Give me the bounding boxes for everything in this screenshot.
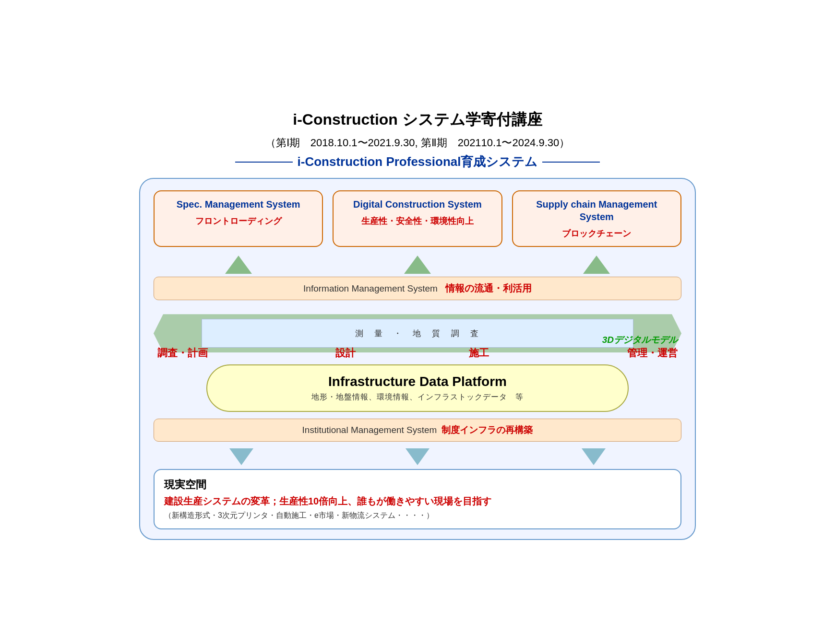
title-line2: （第Ⅰ期 2018.10.1〜2021.9.30, 第Ⅱ期 202110.1〜2… xyxy=(265,137,570,149)
down-arrows-row xyxy=(154,448,681,465)
top-boxes-row: Spec. Management System フロントローディング Digit… xyxy=(154,190,681,247)
title-line1: i-Construction システム学寄付講座 xyxy=(293,111,542,128)
page-wrapper: i-Construction システム学寄付講座 （第Ⅰ期 2018.10.1〜… xyxy=(130,94,705,550)
arrow-down-shape-left xyxy=(229,448,253,465)
supply-box-title: Supply chain Management System xyxy=(519,198,675,223)
digital-construction-box: Digital Construction System 生産性・安全性・環境性向… xyxy=(333,190,502,247)
arrow-up-shape-right xyxy=(583,256,610,274)
platform-subtitle: 地形・地盤情報、環境情報、インフラストックデータ 等 xyxy=(222,392,613,402)
real-world-box: 現実空間 建設生産システムの変革；生産性10倍向上、誰もが働きやすい現場を目指す… xyxy=(154,469,681,529)
outer-container: Spec. Management System フロントローディング Digit… xyxy=(139,178,696,540)
phase-survey: 調査・計画 xyxy=(157,346,208,360)
spec-box-title: Spec. Management System xyxy=(160,198,316,211)
arrow-up-left xyxy=(154,256,323,274)
digital-box-title: Digital Construction System xyxy=(339,198,495,211)
phase-design: 設計 xyxy=(335,346,356,360)
supply-box-subtitle: ブロックチェーン xyxy=(519,228,675,239)
lifecycle-row: 測 量 ・ 地 質 調 査 調査・計画 設計 施工 3Dデジタルモデル 管理・運… xyxy=(154,307,681,360)
pro-title-line-left xyxy=(235,162,293,163)
institutional-bar: Institutional Management System 制度インフラの再… xyxy=(154,419,681,442)
supply-chain-box: Supply chain Management System ブロックチェーン xyxy=(512,190,681,247)
pro-title-line-right xyxy=(542,162,600,163)
real-world-main: 建設生産システムの変革；生産性10倍向上、誰もが働きやすい現場を目指す xyxy=(164,495,671,508)
platform-ellipse: Infrastructure Data Platform 地形・地盤情報、環境情… xyxy=(206,364,629,412)
platform-title: Infrastructure Data Platform xyxy=(222,374,613,389)
pro-title-row: i-Construction Professional育成システム xyxy=(139,153,696,170)
phase-management: 管理・運営 xyxy=(627,347,678,358)
arrow-down-mid xyxy=(330,448,506,465)
arrow-down-left xyxy=(154,448,330,465)
digital-box-subtitle: 生産性・安全性・環境性向上 xyxy=(339,215,495,227)
info-bar-red-text: 情報の流通・利活用 xyxy=(445,282,532,295)
arrow-down-shape-mid xyxy=(406,448,429,465)
arrow-up-shape-mid xyxy=(404,256,431,274)
info-bar-text: Information Management System xyxy=(303,283,438,294)
arrow-down-shape-right xyxy=(582,448,606,465)
arrow-up-shape-left xyxy=(225,256,252,274)
inst-bar-text: Institutional Management System xyxy=(302,425,437,435)
arrow-up-right xyxy=(512,256,681,274)
arrow-up-mid xyxy=(333,256,502,274)
platform-section: Infrastructure Data Platform 地形・地盤情報、環境情… xyxy=(154,364,681,412)
phase-3d-label: 3Dデジタルモデル xyxy=(602,334,678,346)
real-world-sub: （新構造形式・3次元プリンタ・自動施工・e市場・新物流システム・・・・） xyxy=(164,511,671,521)
arrow-down-right xyxy=(505,448,681,465)
real-world-title: 現実空間 xyxy=(164,478,671,492)
spec-box-subtitle: フロントローディング xyxy=(160,215,316,227)
info-management-bar: Information Management System 情報の流通・利活用 xyxy=(154,277,681,300)
inst-bar-red: 制度インフラの再構築 xyxy=(441,424,533,436)
main-title: i-Construction システム学寄付講座 （第Ⅰ期 2018.10.1〜… xyxy=(139,109,696,152)
arrows-up-row xyxy=(154,256,681,274)
spec-management-box: Spec. Management System フロントローディング xyxy=(154,190,323,247)
lifecycle-phase-row: 調査・計画 設計 施工 3Dデジタルモデル 管理・運営 xyxy=(154,334,681,360)
pro-title: i-Construction Professional育成システム xyxy=(298,153,538,170)
phase-construction: 施工 xyxy=(469,346,489,360)
